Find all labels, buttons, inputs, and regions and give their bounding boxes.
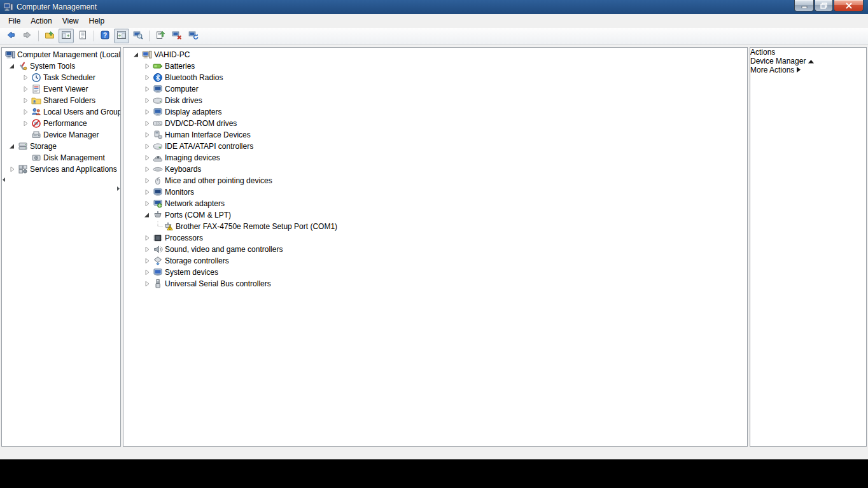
tree-item-performance[interactable]: Performance <box>2 118 120 129</box>
tree-item-content[interactable]: System Tools <box>17 61 78 72</box>
tree-item-sound-video-and-game-controllers[interactable]: Sound, video and game controllers <box>123 244 747 255</box>
tree-item-storage[interactable]: Storage <box>2 141 120 152</box>
tree-item-processors[interactable]: Processors <box>123 232 747 244</box>
expanded-expander-icon[interactable] <box>7 141 17 151</box>
tree-item-computer[interactable]: Computer <box>123 83 747 95</box>
collapsed-expander-icon[interactable] <box>142 176 152 186</box>
back-button[interactable] <box>3 29 18 43</box>
menu-item-help[interactable]: Help <box>84 15 110 27</box>
tree-item-content[interactable]: Shared Folders <box>31 95 98 106</box>
expanded-expander-icon[interactable] <box>131 50 141 60</box>
tree-item-content[interactable]: Device Manager <box>31 130 101 141</box>
collapsed-expander-icon[interactable] <box>142 244 152 254</box>
tree-item-content[interactable]: Bluetooth Radios <box>152 73 225 83</box>
tree-item-content[interactable]: Storage <box>17 141 59 152</box>
tree-item-content[interactable]: Sound, video and game controllers <box>152 244 285 255</box>
collapsed-expander-icon[interactable] <box>20 95 31 106</box>
tree-item-device-manager[interactable]: Device Manager <box>2 129 120 141</box>
tree-item-disk-drives[interactable]: Disk drives <box>123 95 747 106</box>
close-button[interactable] <box>834 0 864 11</box>
horizontal-scrollbar[interactable] <box>2 175 120 184</box>
help-button[interactable]: ? <box>97 29 113 43</box>
tree-item-content[interactable]: Computer Management (Local <box>4 50 121 60</box>
collapsed-expander-icon[interactable] <box>142 73 152 83</box>
tree-item-disk-management[interactable]: Disk Management <box>2 152 120 164</box>
tree-item-content[interactable]: Brother FAX-4750e Remote Setup Port (COM… <box>163 221 340 232</box>
console-tree-toggle[interactable] <box>59 29 74 43</box>
tree-item-event-viewer[interactable]: Event Viewer <box>2 83 120 95</box>
actions-group-device-manager[interactable]: Device Manager <box>750 57 866 66</box>
collapsed-expander-icon[interactable] <box>142 267 152 277</box>
menu-item-action[interactable]: Action <box>25 15 57 27</box>
tree-item-content[interactable]: Ports (COM & LPT) <box>152 210 234 221</box>
tree-item-batteries[interactable]: Batteries <box>123 60 747 72</box>
tree-item-content[interactable]: Batteries <box>152 61 197 72</box>
tree-item-network-adapters[interactable]: Network adapters <box>123 198 747 209</box>
tree-item-content[interactable]: Mice and other pointing devices <box>152 176 275 186</box>
properties-button[interactable] <box>75 29 90 43</box>
more-actions-item[interactable]: More Actions <box>750 66 866 74</box>
tree-item-imaging-devices[interactable]: Imaging devices <box>123 152 747 164</box>
menu-item-file[interactable]: File <box>3 15 25 27</box>
collapsed-expander-icon[interactable] <box>142 187 152 197</box>
tree-item-local-users-and-groups[interactable]: Local Users and Groups <box>2 106 120 118</box>
collapse-arrow-icon[interactable] <box>808 57 814 66</box>
collapsed-expander-icon[interactable] <box>142 141 152 151</box>
tree-item-content[interactable]: Computer <box>152 84 201 95</box>
collapsed-expander-icon[interactable] <box>142 61 152 71</box>
tree-item-content[interactable]: System devices <box>152 267 221 278</box>
tree-item-monitors[interactable]: Monitors <box>123 186 747 198</box>
expanded-expander-icon[interactable] <box>7 61 17 71</box>
tree-item-system-devices[interactable]: System devices <box>123 267 747 278</box>
update-driver-button[interactable] <box>153 29 168 43</box>
expanded-expander-icon[interactable] <box>142 210 152 220</box>
tree-item-content[interactable]: Storage controllers <box>152 256 232 267</box>
collapsed-expander-icon[interactable] <box>142 279 152 289</box>
scan-hardware-button[interactable] <box>186 29 201 43</box>
tree-item-services-and-applications[interactable]: Services and Applications <box>2 164 120 175</box>
tree-item-content[interactable]: Task Scheduler <box>31 73 98 83</box>
tree-item-content[interactable]: IDE ATA/ATAPI controllers <box>152 141 256 152</box>
collapsed-expander-icon[interactable] <box>20 84 31 94</box>
tree-item-content[interactable]: Event Viewer <box>31 84 90 95</box>
tree-item-content[interactable]: Monitors <box>152 187 197 198</box>
collapsed-expander-icon[interactable] <box>142 118 152 129</box>
collapsed-expander-icon[interactable] <box>142 95 152 106</box>
tree-item-content[interactable]: Local Users and Groups <box>31 107 121 118</box>
tree-item-content[interactable]: Human Interface Devices <box>152 130 253 141</box>
tree-item-content[interactable]: Keyboards <box>152 164 204 175</box>
tree-item-human-interface-devices[interactable]: Human Interface Devices <box>123 129 747 141</box>
tree-item-ide-ata-atapi-controllers[interactable]: IDE ATA/ATAPI controllers <box>123 141 747 152</box>
tree-item-content[interactable]: Services and Applications <box>17 164 120 175</box>
collapsed-expander-icon[interactable] <box>142 164 152 174</box>
tree-item-content[interactable]: Processors <box>152 233 206 244</box>
scan-devices-button[interactable] <box>130 29 146 43</box>
tree-item-keyboards[interactable]: Keyboards <box>123 164 747 175</box>
tree-item-display-adapters[interactable]: Display adapters <box>123 106 747 118</box>
tree-item-universal-serial-bus-controllers[interactable]: Universal Serial Bus controllers <box>123 278 747 289</box>
tree-item-content[interactable]: DVD/CD-ROM drives <box>152 118 239 129</box>
tree-item-computer-management-local[interactable]: Computer Management (Local <box>2 49 120 60</box>
tree-item-mice-and-other-pointing-devices[interactable]: Mice and other pointing devices <box>123 175 747 186</box>
collapsed-expander-icon[interactable] <box>20 118 31 129</box>
forward-button[interactable] <box>20 29 35 43</box>
tree-item-storage-controllers[interactable]: Storage controllers <box>123 255 747 267</box>
menu-item-view[interactable]: View <box>57 15 84 27</box>
export-list-button[interactable] <box>42 29 57 43</box>
tree-item-dvd-cd-rom-drives[interactable]: DVD/CD-ROM drives <box>123 118 747 129</box>
tree-item-content[interactable]: Disk Management <box>31 153 108 164</box>
collapsed-expander-icon[interactable] <box>142 107 152 117</box>
tree-item-content[interactable]: Display adapters <box>152 107 224 118</box>
scroll-right-arrow-icon[interactable] <box>116 184 120 193</box>
restore-button[interactable] <box>815 0 833 11</box>
collapsed-expander-icon[interactable] <box>7 164 17 174</box>
collapsed-expander-icon[interactable] <box>142 199 152 209</box>
collapsed-expander-icon[interactable] <box>20 73 31 83</box>
collapsed-expander-icon[interactable] <box>142 153 152 163</box>
tree-item-content[interactable]: VAHID-PC <box>141 50 192 60</box>
tree-item-content[interactable]: Imaging devices <box>152 153 223 164</box>
tree-item-content[interactable]: Disk drives <box>152 95 205 106</box>
uninstall-device-button[interactable] <box>169 29 185 43</box>
tree-item-vahid-pc[interactable]: VAHID-PC <box>123 49 747 60</box>
collapsed-expander-icon[interactable] <box>20 107 31 117</box>
